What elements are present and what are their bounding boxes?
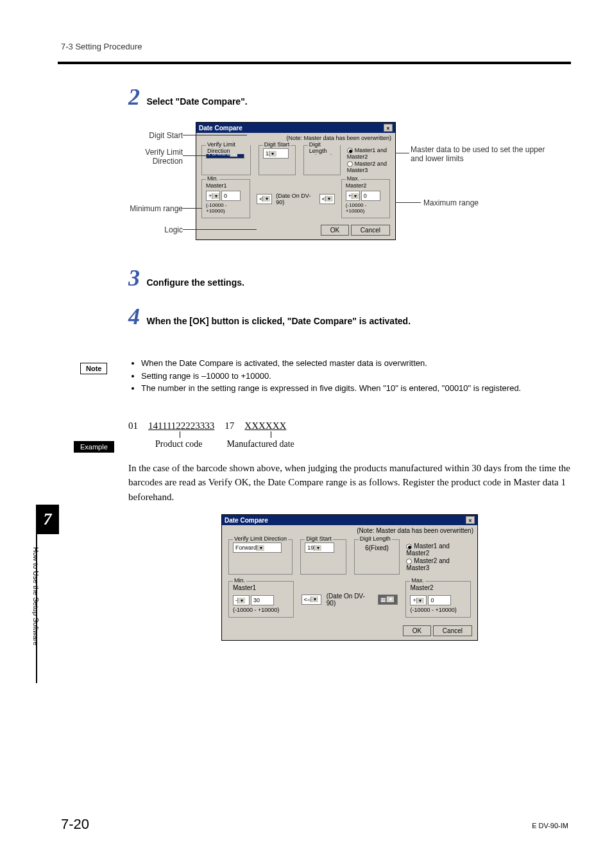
step2-text: Select "Date Compare". <box>146 96 247 107</box>
min-value: 0 <box>224 193 227 199</box>
step4-number: 4 <box>128 304 140 329</box>
step-4: 4 When the [OK] button is clicked, "Date… <box>128 303 571 330</box>
max-value-input[interactable]: 0 <box>361 191 380 201</box>
radio-master1-2[interactable]: Master1 and Master2 <box>347 147 391 160</box>
label-min-range: Minimum range <box>109 204 183 213</box>
fs-max-legend: Max. <box>346 175 361 182</box>
radio-icon <box>347 148 353 153</box>
chevron-down-icon: ▾ <box>212 193 219 199</box>
header-rule <box>58 62 571 64</box>
d2-cancel-button[interactable]: Cancel <box>433 625 472 636</box>
d2-min-value-input[interactable]: 30 <box>251 595 274 605</box>
d2-min-range-text: (-10000 - +10000) <box>233 607 289 613</box>
cancel-button[interactable]: Cancel <box>351 225 390 236</box>
chapter-title: How to Use the Setup Software <box>32 547 40 675</box>
d2-radio-master2-3-label: Master2 and Master3 <box>406 557 450 571</box>
d2-max-value-input[interactable]: 0 <box>428 595 451 605</box>
calendar-icon: ▦ <box>380 596 386 603</box>
d2-digit-start-legend: Digit Start <box>305 535 333 542</box>
step-3: 3 Configure the settings. <box>128 265 571 291</box>
note-bullet-1: When the Date Compare is activated, the … <box>141 357 571 370</box>
label-max-range: Maximum range <box>423 198 520 207</box>
example-box: Example <box>74 441 114 453</box>
d2-logic2-combo[interactable]: ▦▾ <box>378 595 398 605</box>
chevron-down-icon: ▾ <box>352 193 359 199</box>
footer-doc-id: E DV-90-IM <box>532 822 568 829</box>
d2-min-value: 30 <box>253 597 260 603</box>
chevron-down-icon: ▾ <box>269 151 276 157</box>
d2-digit-length-value: 6(Fixed) <box>359 542 396 551</box>
d2-min-legend: Min. <box>233 577 246 584</box>
note-box: Note <box>80 363 107 374</box>
fs-verify-dir-legend: Verify Limit Direction <box>206 141 250 154</box>
d2-logic1-combo[interactable]: <=▾ <box>302 595 321 605</box>
note-bullet-2: Setting range is –10000 to +10000. <box>141 370 571 383</box>
d2-radio-master1-2[interactable]: Master1 and Master2 <box>406 542 472 557</box>
step2-number: 2 <box>128 84 140 110</box>
note-bullet-3: The number in the setting range is expre… <box>141 382 571 395</box>
center-date-label: (Date On DV-90) <box>276 193 315 205</box>
page-header: 7-3 Setting Procedure <box>61 42 142 51</box>
max-value: 0 <box>364 193 367 199</box>
dialog2-title: Date Compare <box>225 517 268 524</box>
min-master: Master1 <box>206 182 246 189</box>
max-range-text: (-10000 - +10000) <box>346 202 386 214</box>
d2-verify-dir-value: Forward <box>235 544 257 551</box>
d2-max-sign-combo[interactable]: +▾ <box>410 595 427 605</box>
min-sign-combo[interactable]: +▾ <box>206 191 220 201</box>
d2-radio-master1-2-label: Master1 and Master2 <box>406 542 450 557</box>
label-digit-start: Digit Start <box>122 131 183 140</box>
radio-master2-3[interactable]: Master2 and Master3 <box>347 161 391 173</box>
d2-max-legend: Max. <box>410 577 425 584</box>
chapter-tab: 7 <box>36 505 59 534</box>
step3-text: Configure the settings. <box>146 277 244 288</box>
d2-min-sign-combo[interactable]: -▾ <box>233 595 250 605</box>
dialog2-titlebar: Date Compare × <box>222 515 477 525</box>
label-master-data: Master data to be used to set the upper … <box>411 145 545 163</box>
chevron-down-icon: ▾ <box>386 596 394 602</box>
fs-min-legend: Min. <box>206 175 219 182</box>
ex-c: 17 <box>225 421 234 431</box>
ok-button[interactable]: OK <box>321 225 349 236</box>
example-barcode-line: 01 14111122223333 17 XXXXXX <box>128 421 571 431</box>
d2-max-master: Master2 <box>410 584 466 591</box>
d2-max-range-text: (-10000 - +10000) <box>410 607 466 613</box>
logic2-combo[interactable]: <▾ <box>319 194 335 204</box>
d2-min-master: Master1 <box>233 584 289 591</box>
min-range-text: (-10000 - +10000) <box>206 202 246 214</box>
chevron-down-icon: ▾ <box>237 598 245 603</box>
chevron-down-icon: ▾ <box>325 196 333 202</box>
d2-verify-dir-legend: Verify Limit Direction <box>233 535 288 542</box>
digit-start-combo[interactable]: 1▾ <box>263 148 289 159</box>
footer-page-number: 7-20 <box>61 816 89 833</box>
date-compare-dialog-1: Date Compare × (Note: Master data has be… <box>196 122 396 240</box>
ex-a: 01 <box>128 421 138 431</box>
d2-max-value: 0 <box>430 597 434 603</box>
ex-d: XXXXXX <box>244 421 286 431</box>
d2-digit-start-value: 19 <box>307 544 314 551</box>
d2-logic1-value: <= <box>304 596 311 603</box>
close-icon[interactable]: × <box>466 516 475 524</box>
label-logic: Logic <box>122 225 183 234</box>
close-icon[interactable]: × <box>384 124 393 132</box>
radio-master2-3-label: Master2 and Master3 <box>347 161 387 173</box>
d2-ok-button[interactable]: OK <box>403 625 431 636</box>
logic1-combo[interactable]: <▾ <box>257 194 272 204</box>
chevron-down-icon: ▾ <box>257 545 264 551</box>
max-sign-combo[interactable]: +▾ <box>346 191 360 201</box>
d2-digit-start-combo[interactable]: 19▾ <box>305 542 334 553</box>
fs-digit-start-legend: Digit Start <box>263 141 291 148</box>
step3-number: 3 <box>128 265 140 291</box>
d2-verify-dir-combo[interactable]: Forward▾ <box>233 542 282 553</box>
chevron-down-icon: ▾ <box>310 596 318 602</box>
step4-text: When the [OK] button is clicked, "Date C… <box>146 316 411 326</box>
date-compare-diagram-1: Digit Start Verify Limit Direction Minim… <box>128 122 571 257</box>
radio-icon <box>406 559 412 564</box>
ex-b: 14111122223333 <box>148 421 214 431</box>
min-value-input[interactable]: 0 <box>221 191 241 201</box>
date-compare-dialog-2: Date Compare × (Note: Master data has be… <box>221 514 478 641</box>
d2-radio-master2-3[interactable]: Master2 and Master3 <box>406 557 472 571</box>
radio-icon <box>347 161 353 167</box>
radio-icon <box>406 544 412 550</box>
d2-digit-len-legend: Digit Length <box>359 535 392 542</box>
